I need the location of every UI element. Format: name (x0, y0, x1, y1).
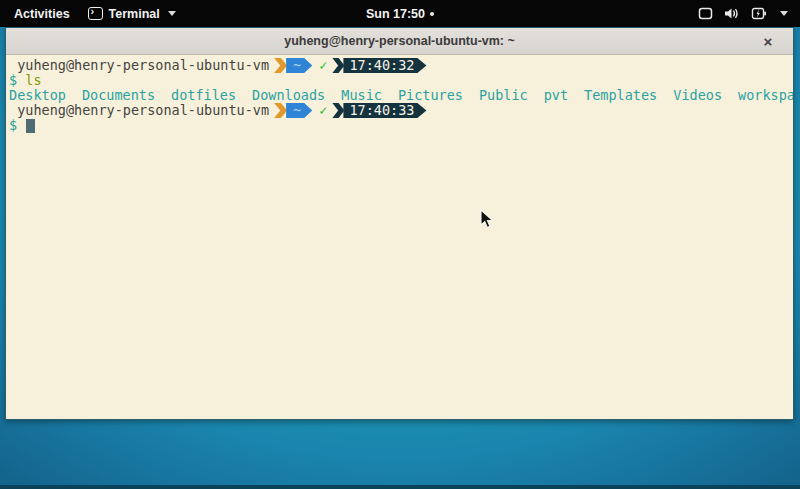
battery-charging-icon (751, 7, 767, 20)
powerline-arrow-icon (274, 103, 287, 118)
prompt-line-1: yuheng@henry-personal-ubuntu-vm ~ ✓ 17:4… (9, 58, 793, 73)
prompt-path-segment: ~ (286, 58, 312, 73)
directory-name: Pictures (398, 88, 463, 103)
directory-name: Public (479, 88, 528, 103)
close-button[interactable]: × (757, 28, 779, 55)
directory-name: Videos (673, 88, 722, 103)
volume-icon (724, 7, 740, 20)
activities-button[interactable]: Activities (10, 5, 74, 23)
powerline-arrow-icon (274, 58, 287, 73)
directory-name: Documents (82, 88, 155, 103)
terminal-window: yuheng@henry-personal-ubuntu-vm: ~ × yuh… (5, 27, 794, 420)
chevron-down-icon (168, 11, 176, 16)
check-icon: ✓ (319, 103, 327, 118)
directory-name: pvt (544, 88, 568, 103)
gnome-top-bar: Activities Terminal Sun 17:50 (0, 0, 800, 27)
terminal-content[interactable]: yuheng@henry-personal-ubuntu-vm ~ ✓ 17:4… (6, 55, 793, 419)
directory-name: dotfiles (171, 88, 236, 103)
shell-prompt-symbol: $ (9, 73, 17, 88)
shell-prompt-symbol: $ (9, 118, 17, 133)
window-title: yuheng@henry-personal-ubuntu-vm: ~ (284, 34, 515, 48)
system-tray[interactable] (698, 7, 800, 20)
notification-dot-icon (430, 12, 434, 16)
directory-name: Templates (584, 88, 657, 103)
terminal-cursor (26, 119, 35, 133)
directory-name: Music (341, 88, 382, 103)
powerline-arrow-icon (332, 103, 344, 118)
terminal-app-icon (88, 7, 103, 20)
screen: Activities Terminal Sun 17:50 (0, 0, 800, 489)
ls-output-line: DesktopDocumentsdotfilesDownloadsMusicPi… (9, 88, 793, 103)
command-text: ls (25, 73, 41, 88)
command-line: $ ls (9, 73, 793, 88)
app-menu-button[interactable]: Terminal (88, 7, 176, 21)
directory-name: workspace (738, 88, 793, 103)
prompt-time-segment: 17:40:32 (343, 58, 426, 73)
prompt-line-2: yuheng@henry-personal-ubuntu-vm ~ ✓ 17:4… (9, 103, 793, 118)
powerline-prompt: ~ ✓ 17:40:32 (274, 58, 426, 73)
prompt-user-host: yuheng@henry-personal-ubuntu-vm (9, 58, 269, 73)
prompt-time-segment: 17:40:33 (343, 103, 426, 118)
check-icon: ✓ (319, 58, 327, 73)
app-menu-label: Terminal (109, 7, 160, 21)
powerline-prompt: ~ ✓ 17:40:33 (274, 103, 426, 118)
screen-icon (698, 7, 713, 20)
directory-name: Desktop (9, 88, 66, 103)
chevron-down-icon (780, 11, 788, 16)
desktop-edge (0, 485, 800, 489)
powerline-arrow-icon (332, 58, 344, 73)
current-input-line[interactable]: $ (9, 118, 793, 133)
prompt-path-segment: ~ (286, 103, 312, 118)
prompt-user-host: yuheng@henry-personal-ubuntu-vm (9, 103, 269, 118)
clock[interactable]: Sun 17:50 (366, 7, 425, 21)
window-titlebar[interactable]: yuheng@henry-personal-ubuntu-vm: ~ × (6, 28, 793, 55)
directory-name: Downloads (252, 88, 325, 103)
